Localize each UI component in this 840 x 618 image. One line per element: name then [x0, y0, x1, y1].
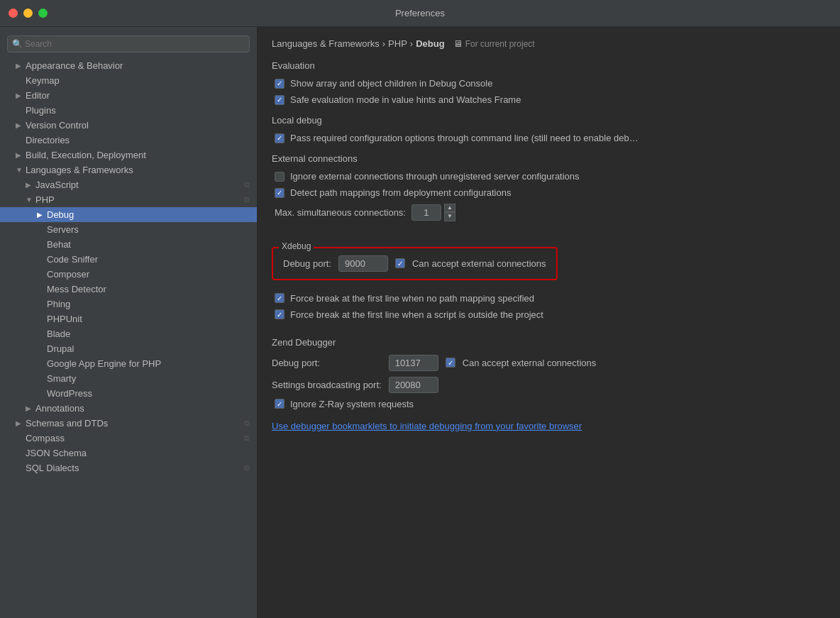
sidebar-item-build[interactable]: ▶ Build, Execution, Deployment	[0, 148, 257, 162]
search-input[interactable]	[7, 35, 250, 53]
sidebar-item-version-control[interactable]: ▶ Version Control	[0, 118, 257, 133]
sidebar-item[interactable]: ▶ Appearance & Behavior	[0, 58, 257, 73]
sidebar-item-javascript[interactable]: ▶ JavaScript ⧉	[0, 177, 257, 192]
arrow-icon: ▼	[26, 196, 35, 204]
zend-grid: Debug port: ✓ Can accept external connec…	[272, 355, 826, 393]
zend-debug-port-label: Debug port:	[272, 358, 382, 368]
checkbox-detect-path[interactable]: ✓	[275, 188, 284, 198]
sidebar-item-editor[interactable]: ▶ Editor	[0, 88, 257, 103]
sidebar-item-label: Build, Execution, Deployment	[26, 150, 146, 160]
titlebar: Preferences	[0, 0, 840, 27]
window-controls[interactable]	[9, 9, 48, 18]
sidebar-item-directories[interactable]: Directories	[0, 133, 257, 148]
max-connections-spinner[interactable]: ▲ ▼	[444, 204, 455, 221]
sidebar-item-phpunit[interactable]: PHPUnit	[0, 311, 257, 326]
minimize-button[interactable]	[23, 9, 33, 18]
maximize-button[interactable]	[38, 9, 48, 18]
checkbox-ignore-zray[interactable]: ✓	[275, 399, 284, 409]
copy-icon: ⧉	[244, 434, 250, 443]
sidebar-item-debug[interactable]: ▶ Debug	[0, 207, 257, 222]
sidebar-item-wordpress[interactable]: WordPress	[0, 386, 257, 401]
window-title: Preferences	[395, 8, 445, 18]
checkbox-can-accept[interactable]: ✓	[395, 258, 405, 268]
sidebar-item-sql-dialects[interactable]: SQL Dialects ⧉	[0, 460, 257, 475]
option-label-ignore-external: Ignore external connections through unre…	[290, 171, 580, 182]
sidebar: 🔍 ▶ Appearance & Behavior Keymap ▶ Edito…	[0, 27, 258, 618]
arrow-icon: ▶	[26, 181, 35, 189]
sidebar-item-label: Languages & Frameworks	[26, 165, 133, 175]
option-label-force-break-outside: Force break at the first line when a scr…	[290, 309, 543, 320]
sidebar-item-smarty[interactable]: Smarty	[0, 371, 257, 386]
settings-port-label: Settings broadcasting port:	[272, 380, 382, 390]
checkbox-force-break-outside[interactable]: ✓	[275, 309, 284, 319]
sidebar-item-label: Drupal	[47, 343, 74, 354]
sidebar-item-label: Blade	[47, 329, 70, 339]
sidebar-item-drupal[interactable]: Drupal	[0, 341, 257, 356]
breadcrumb-part-1: Languages & Frameworks	[272, 38, 380, 49]
sidebar-item-plugins[interactable]: Plugins	[0, 103, 257, 118]
option-ignore-zray: ✓ Ignore Z-Ray system requests	[272, 399, 826, 409]
xdebug-wrapper: Xdebug Debug port: ✓ Can accept external…	[272, 237, 826, 326]
sidebar-item-schemas[interactable]: ▶ Schemas and DTDs ⧉	[0, 416, 257, 431]
sidebar-item-code-sniffer[interactable]: Code Sniffer	[0, 252, 257, 267]
sidebar-item-json-schema[interactable]: JSON Schema	[0, 446, 257, 460]
sidebar-item-label: Smarty	[47, 373, 76, 384]
option-safe-eval: ✓ Safe evaluation mode in value hints an…	[272, 94, 826, 105]
sidebar-item-behat[interactable]: Behat	[0, 237, 257, 252]
zend-settings-port-input[interactable]	[389, 377, 438, 393]
sidebar-item-servers[interactable]: Servers	[0, 222, 257, 237]
sidebar-item-languages[interactable]: ▼ Languages & Frameworks	[0, 162, 257, 177]
copy-icon: ⧉	[244, 463, 250, 473]
sidebar-item-label: WordPress	[47, 388, 92, 399]
max-connections-input[interactable]	[411, 204, 441, 221]
sidebar-item-phing[interactable]: Phing	[0, 297, 257, 311]
sidebar-item-label: PHPUnit	[47, 314, 82, 324]
option-label-pass-config: Pass required configuration options thro…	[290, 133, 639, 143]
sidebar-item-google-app-engine[interactable]: Google App Engine for PHP	[0, 356, 257, 371]
zend-debug-port-input[interactable]	[389, 355, 438, 371]
sidebar-item-keymap[interactable]: Keymap	[0, 73, 257, 88]
arrow-icon: ▶	[16, 151, 26, 159]
external-connections-label: External connections	[272, 153, 826, 164]
option-ignore-external: Ignore external connections through unre…	[272, 171, 826, 182]
sidebar-item-label: Behat	[47, 239, 71, 250]
search-bar[interactable]: 🔍	[7, 35, 250, 53]
checkbox-ignore-external[interactable]	[275, 172, 284, 182]
sidebar-item-blade[interactable]: Blade	[0, 326, 257, 341]
checkbox-show-array[interactable]: ✓	[275, 79, 284, 89]
sidebar-item-php[interactable]: ▼ PHP ⧉	[0, 192, 257, 207]
option-force-break-outside: ✓ Force break at the first line when a s…	[272, 309, 826, 320]
sidebar-item-mess-detector[interactable]: Mess Detector	[0, 282, 257, 297]
xdebug-debug-port-input[interactable]	[338, 255, 388, 272]
option-show-array: ✓ Show array and object children in Debu…	[272, 78, 826, 89]
debugger-link[interactable]: Use debugger bookmarklets to initiate de…	[272, 421, 826, 431]
arrow-icon: ▶	[16, 92, 26, 99]
sidebar-item-label: Annotations	[35, 403, 84, 414]
checkbox-force-break-no-path[interactable]: ✓	[275, 293, 284, 303]
option-label-safe-eval: Safe evaluation mode in value hints and …	[290, 94, 521, 105]
sidebar-item-label: Appearance & Behavior	[26, 60, 123, 71]
spinner-down-button[interactable]: ▼	[444, 212, 455, 221]
breadcrumb-part-3: Debug	[416, 38, 444, 49]
sidebar-item-label: Editor	[26, 90, 50, 101]
breadcrumb: Languages & Frameworks › PHP › Debug 🖥 F…	[272, 38, 826, 49]
project-label: For current project	[465, 39, 535, 49]
project-icon: 🖥	[453, 38, 463, 49]
close-button[interactable]	[9, 9, 18, 18]
arrow-icon: ▶	[16, 62, 26, 70]
evaluation-section-label: Evaluation	[272, 60, 826, 71]
sidebar-item-label: Servers	[47, 224, 79, 235]
option-label-ignore-zray: Ignore Z-Ray system requests	[290, 399, 414, 409]
breadcrumb-part-2: PHP	[388, 38, 407, 49]
option-label-force-break-no-path: Force break at the first line when no pa…	[290, 293, 534, 304]
sidebar-item-composer[interactable]: Composer	[0, 267, 257, 282]
sidebar-item-annotations[interactable]: ▶ Annotations	[0, 401, 257, 416]
max-connections-row: Max. simultaneous connections: ▲ ▼	[272, 204, 826, 221]
checkbox-pass-config[interactable]: ✓	[275, 133, 284, 143]
sidebar-item-compass[interactable]: Compass ⧉	[0, 431, 257, 446]
sidebar-item-label: Directories	[26, 135, 70, 145]
debug-port-label: Debug port:	[283, 258, 331, 269]
spinner-up-button[interactable]: ▲	[444, 204, 455, 212]
checkbox-zend-can-accept[interactable]: ✓	[446, 358, 455, 368]
checkbox-safe-eval[interactable]: ✓	[275, 95, 284, 105]
